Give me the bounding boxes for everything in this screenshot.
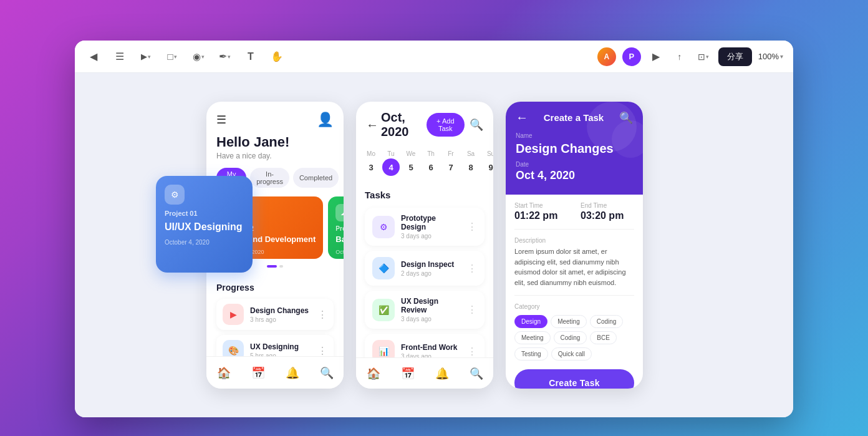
task-menu-3[interactable]: ⋮	[467, 304, 477, 316]
shape-tool-icon[interactable]: ◉	[190, 48, 207, 65]
toolbar-left: ◀ ☰ ▶ □ ◉ ✒ T ✋	[85, 48, 590, 65]
progress-name-2: UX Designing	[250, 342, 311, 351]
task-menu-1[interactable]: ⋮	[467, 221, 477, 233]
task-name-2: Design Inspect	[401, 260, 461, 269]
day-tu[interactable]: Tu 4	[381, 148, 401, 178]
upload-icon[interactable]: ↑	[671, 48, 688, 65]
description-label: Description	[514, 237, 634, 244]
progress-menu-1[interactable]: ⋮	[317, 309, 327, 321]
category-tags: Design Meeting Coding Meeting Coding BCE…	[514, 315, 634, 361]
project3-title: Back-End Developm	[335, 235, 344, 245]
cat-quick-call[interactable]: Quick call	[551, 347, 592, 361]
progress-item-1[interactable]: ▶ Design Changes 3 hrs ago ⋮	[216, 299, 334, 330]
task-time-3: 3 days ago	[401, 316, 461, 322]
day-sa[interactable]: Sa 8	[461, 148, 481, 178]
pen-tool-icon[interactable]: ✒	[216, 48, 233, 65]
start-time-block: Start Time 01:22 pm	[514, 202, 568, 221]
phone1-bottom-nav: 🏠 📅 🔔 🔍	[206, 356, 344, 389]
phone-calendar: ← Oct, 2020 + Add Task 🔍 Mo 3 Tu 4	[356, 102, 493, 389]
hamburger-icon[interactable]: ☰	[216, 113, 226, 127]
progress-name-1: Design Changes	[250, 306, 311, 315]
nav2-search[interactable]: 🔍	[465, 362, 488, 385]
rect-tool-icon[interactable]: □	[163, 48, 181, 65]
cat-coding-1[interactable]: Coding	[590, 315, 624, 328]
start-time-label: Start Time	[514, 202, 568, 209]
project-card-3[interactable]: ☁ Project 0 Back-End Developm October 4,…	[328, 196, 344, 259]
description-text: Lorem ipsum dolor sit amet, er adipiscin…	[514, 246, 634, 288]
project-number: Project 01	[165, 210, 244, 217]
project3-date: October 4, 2020	[335, 249, 344, 255]
cat-coding-2[interactable]: Coding	[554, 331, 587, 344]
play-tool-icon[interactable]: ▶	[137, 48, 155, 65]
phone3-body: Start Time 01:22 pm End Time 03:20 pm De…	[506, 195, 643, 389]
end-time-block: End Time 03:20 pm	[581, 202, 634, 221]
day-su[interactable]: Su 9	[481, 148, 493, 178]
task-card-1[interactable]: ⚙ Prototype Design 3 days ago ⋮	[365, 208, 485, 246]
project-icon: ⚙	[165, 185, 185, 205]
phone1-header: ☰ 👤	[206, 102, 344, 134]
hand-tool-icon[interactable]: ✋	[268, 48, 286, 65]
nav-search[interactable]: 🔍	[315, 361, 339, 385]
play-preview-icon[interactable]: ▶	[647, 48, 665, 65]
project3-icon: ☁	[335, 204, 344, 221]
greeting-section: Hello Jane! Have a nice day.	[206, 134, 344, 168]
toolbar: ◀ ☰ ▶ □ ◉ ✒ T ✋ A P ▶ ↑ ⊡ 分享 100% ▾	[75, 41, 793, 73]
zoom-level[interactable]: 100% ▾	[758, 52, 783, 61]
nav2-home[interactable]: 🏠	[362, 362, 385, 385]
start-time-value: 01:22 pm	[514, 210, 568, 221]
progress-time-1: 3 hrs ago	[250, 316, 311, 323]
date-header-row: Mo 3 Tu 4 We 5 Th 6 Fr 7	[356, 148, 493, 178]
time-row: Start Time 01:22 pm End Time 03:20 pm	[514, 202, 634, 230]
text-tool-icon[interactable]: T	[242, 48, 259, 65]
tab-in-progress[interactable]: In-progress	[250, 168, 289, 188]
task-icon-3: ✅	[372, 299, 395, 321]
task-card-3[interactable]: ✅ UX Design Review 3 days ago ⋮	[365, 291, 485, 329]
progress-title: Progress	[216, 283, 334, 293]
end-time-label: End Time	[581, 202, 634, 209]
phone3-header: ← Create a Task 🔍 Name Design Changes Da…	[506, 102, 643, 195]
create-task-button[interactable]: Create Task	[514, 369, 634, 389]
nav-calendar[interactable]: 📅	[246, 361, 270, 385]
floating-project-card: ⚙ Project 01 UI/UX Designing October 4, …	[156, 176, 253, 273]
add-task-button[interactable]: + Add Task	[427, 113, 465, 137]
task-menu-2[interactable]: ⋮	[467, 263, 477, 274]
canvas-area: ⚙ Project 01 UI/UX Designing October 4, …	[75, 73, 793, 417]
phone2-search-icon[interactable]: 🔍	[470, 118, 483, 132]
nav2-bell[interactable]: 🔔	[430, 362, 454, 385]
task-menu-4[interactable]: ⋮	[467, 346, 477, 357]
progress-info-1: Design Changes 3 hrs ago	[250, 306, 311, 323]
project-date: October 4, 2020	[165, 239, 244, 246]
task-card-2[interactable]: 🔷 Design Inspect 2 days ago ⋮	[365, 251, 485, 286]
browser-window: ◀ ☰ ▶ □ ◉ ✒ T ✋ A P ▶ ↑ ⊡ 分享 100% ▾ ⚙ Pr…	[75, 41, 793, 417]
user-avatar-2[interactable]: P	[622, 47, 641, 66]
tab-completed[interactable]: Completed	[293, 168, 339, 188]
cat-testing[interactable]: Testing	[514, 347, 548, 361]
progress-icon-1: ▶	[223, 304, 244, 325]
cat-bce[interactable]: BCE	[590, 331, 617, 344]
menu-icon[interactable]: ☰	[111, 48, 128, 65]
day-th[interactable]: Th 6	[421, 148, 441, 178]
cat-design[interactable]: Design	[514, 315, 547, 328]
category-block: Category Design Meeting Coding Meeting C…	[514, 303, 634, 361]
profile-icon[interactable]: 👤	[317, 112, 334, 128]
nav-home[interactable]: 🏠	[212, 361, 236, 385]
project3-number: Project 0	[335, 225, 344, 232]
cat-meeting-2[interactable]: Meeting	[514, 331, 551, 344]
nav2-calendar[interactable]: 📅	[396, 362, 420, 385]
nav-bell[interactable]: 🔔	[281, 361, 304, 385]
phone3-back-icon[interactable]: ←	[516, 110, 528, 125]
progress-menu-2[interactable]: ⋮	[317, 345, 327, 357]
cat-meeting-1[interactable]: Meeting	[551, 315, 587, 328]
date-label: Date	[516, 161, 633, 168]
layout-icon[interactable]: ⊡	[695, 48, 712, 65]
user-avatar-1[interactable]: A	[597, 47, 616, 66]
task-info-3: UX Design Review 3 days ago	[401, 297, 461, 322]
day-we[interactable]: We 5	[401, 148, 421, 178]
phone2-back-icon[interactable]: ←	[366, 118, 379, 132]
task-icon-1: ⚙	[372, 216, 395, 238]
back-icon[interactable]: ◀	[85, 48, 102, 65]
day-fr[interactable]: Fr 7	[441, 148, 461, 178]
share-button[interactable]: 分享	[718, 47, 752, 66]
day-mo[interactable]: Mo 3	[361, 148, 381, 178]
category-label: Category	[514, 303, 634, 310]
